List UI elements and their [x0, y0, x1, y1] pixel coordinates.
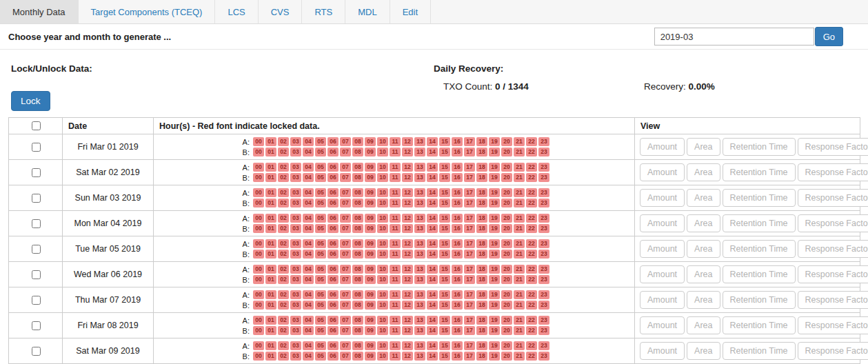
- hour-chip[interactable]: 01: [265, 173, 276, 182]
- hour-chip[interactable]: 01: [265, 148, 276, 156]
- hour-chip[interactable]: 18: [476, 173, 487, 182]
- hour-chip[interactable]: 23: [538, 224, 549, 233]
- hour-chip[interactable]: 19: [489, 316, 500, 325]
- hour-chip[interactable]: 18: [476, 250, 487, 259]
- hour-chip[interactable]: 20: [501, 250, 512, 259]
- hour-chip[interactable]: 08: [352, 250, 363, 259]
- hour-chip[interactable]: 00: [253, 163, 264, 172]
- amount-button[interactable]: Amount: [640, 265, 685, 283]
- hour-chip[interactable]: 10: [377, 163, 388, 172]
- response-factor-button[interactable]: Response Factor: [798, 316, 868, 334]
- hour-chip[interactable]: 13: [414, 148, 425, 156]
- hour-chip[interactable]: 18: [476, 137, 487, 146]
- hour-chip[interactable]: 16: [452, 301, 463, 310]
- hour-chip[interactable]: 02: [278, 163, 289, 172]
- hour-chip[interactable]: 08: [352, 275, 363, 284]
- hour-chip[interactable]: 02: [278, 326, 289, 335]
- hour-chip[interactable]: 04: [303, 352, 314, 361]
- row-checkbox[interactable]: [32, 143, 41, 152]
- hour-chip[interactable]: 20: [501, 290, 512, 299]
- row-checkbox[interactable]: [32, 245, 41, 254]
- hour-chip[interactable]: 03: [290, 148, 301, 156]
- hour-chip[interactable]: 18: [476, 163, 487, 172]
- hour-chip[interactable]: 04: [303, 250, 314, 259]
- hour-chip[interactable]: 03: [290, 163, 301, 172]
- hour-chip[interactable]: 16: [452, 326, 463, 335]
- hour-chip[interactable]: 17: [464, 250, 475, 259]
- hour-chip[interactable]: 05: [315, 199, 326, 208]
- hour-chip[interactable]: 01: [265, 265, 276, 274]
- hour-chip[interactable]: 23: [538, 341, 549, 350]
- hour-chip[interactable]: 12: [402, 326, 413, 335]
- hour-chip[interactable]: 20: [501, 214, 512, 223]
- hour-chip[interactable]: 21: [514, 316, 525, 325]
- hour-chip[interactable]: 04: [303, 148, 314, 156]
- hour-chip[interactable]: 14: [427, 352, 438, 361]
- hour-chip[interactable]: 12: [402, 214, 413, 223]
- tab-lcs[interactable]: LCS: [215, 0, 258, 23]
- response-factor-button[interactable]: Response Factor: [798, 265, 868, 283]
- hour-chip[interactable]: 16: [452, 163, 463, 172]
- hour-chip[interactable]: 12: [402, 301, 413, 310]
- hour-chip[interactable]: 08: [352, 239, 363, 248]
- area-button[interactable]: Area: [687, 189, 720, 207]
- hour-chip[interactable]: 13: [414, 316, 425, 325]
- hour-chip[interactable]: 00: [253, 239, 264, 248]
- tab-edit[interactable]: Edit: [390, 0, 431, 23]
- hour-chip[interactable]: 18: [476, 301, 487, 310]
- hour-chip[interactable]: 16: [452, 290, 463, 299]
- row-checkbox[interactable]: [32, 194, 41, 203]
- hour-chip[interactable]: 16: [452, 265, 463, 274]
- hour-chip[interactable]: 14: [427, 265, 438, 274]
- hour-chip[interactable]: 03: [290, 290, 301, 299]
- hour-chip[interactable]: 02: [278, 250, 289, 259]
- row-checkbox[interactable]: [32, 296, 41, 305]
- hour-chip[interactable]: 21: [514, 326, 525, 335]
- area-button[interactable]: Area: [687, 342, 720, 360]
- hour-chip[interactable]: 05: [315, 326, 326, 335]
- hour-chip[interactable]: 09: [365, 173, 376, 182]
- hour-chip[interactable]: 09: [365, 250, 376, 259]
- hour-chip[interactable]: 08: [352, 214, 363, 223]
- hour-chip[interactable]: 17: [464, 173, 475, 182]
- hour-chip[interactable]: 23: [538, 352, 549, 361]
- hour-chip[interactable]: 17: [464, 148, 475, 156]
- hour-chip[interactable]: 21: [514, 265, 525, 274]
- hour-chip[interactable]: 20: [501, 173, 512, 182]
- hour-chip[interactable]: 09: [365, 301, 376, 310]
- hour-chip[interactable]: 21: [514, 352, 525, 361]
- hour-chip[interactable]: 12: [402, 188, 413, 197]
- hour-chip[interactable]: 05: [315, 290, 326, 299]
- hour-chip[interactable]: 08: [352, 290, 363, 299]
- hour-chip[interactable]: 10: [377, 326, 388, 335]
- hour-chip[interactable]: 10: [377, 250, 388, 259]
- hour-chip[interactable]: 10: [377, 352, 388, 361]
- hour-chip[interactable]: 15: [439, 352, 450, 361]
- hour-chip[interactable]: 20: [501, 163, 512, 172]
- hour-chip[interactable]: 12: [402, 316, 413, 325]
- hour-chip[interactable]: 11: [390, 290, 401, 299]
- hour-chip[interactable]: 00: [253, 188, 264, 197]
- hour-chip[interactable]: 05: [315, 352, 326, 361]
- hour-chip[interactable]: 05: [315, 301, 326, 310]
- hour-chip[interactable]: 06: [327, 275, 339, 284]
- hour-chip[interactable]: 21: [514, 214, 525, 223]
- hour-chip[interactable]: 00: [253, 148, 264, 156]
- row-checkbox[interactable]: [32, 270, 41, 279]
- hour-chip[interactable]: 07: [340, 326, 351, 335]
- hour-chip[interactable]: 06: [327, 137, 339, 146]
- hour-chip[interactable]: 07: [340, 214, 351, 223]
- hour-chip[interactable]: 09: [365, 148, 376, 156]
- hour-chip[interactable]: 03: [290, 199, 301, 208]
- hour-chip[interactable]: 22: [526, 265, 537, 274]
- hour-chip[interactable]: 14: [427, 137, 438, 146]
- hour-chip[interactable]: 07: [340, 224, 351, 233]
- hour-chip[interactable]: 22: [526, 352, 537, 361]
- hour-chip[interactable]: 01: [265, 275, 276, 284]
- hour-chip[interactable]: 10: [377, 265, 388, 274]
- area-button[interactable]: Area: [687, 316, 720, 334]
- hour-chip[interactable]: 13: [414, 290, 425, 299]
- hour-chip[interactable]: 19: [489, 352, 500, 361]
- hour-chip[interactable]: 10: [377, 188, 388, 197]
- hour-chip[interactable]: 05: [315, 163, 326, 172]
